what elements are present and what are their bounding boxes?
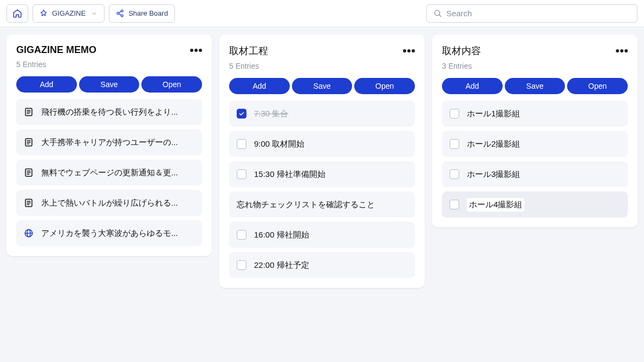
checkbox[interactable] (237, 169, 246, 179)
checkbox[interactable] (450, 139, 459, 149)
list-item[interactable]: 無料でウェブページの更新通知＆更... (16, 160, 202, 186)
todo-item[interactable]: 22:00 帰社予定 (229, 252, 415, 278)
column-menu-button[interactable] (403, 49, 415, 52)
todo-item-label: 16:00 帰社開始 (254, 230, 407, 240)
column-title: 取材内容 (442, 44, 481, 57)
column-subtitle: 5 Entries (16, 60, 202, 69)
list-item-label: 大手携帯キャリアが持つユーザーの... (41, 137, 194, 148)
checkbox[interactable] (450, 109, 459, 119)
save-button[interactable]: Save (505, 78, 565, 94)
note-item-label: 忘れ物チェックリストを確認すること (237, 200, 407, 210)
list-item[interactable]: 大手携帯キャリアが持つユーザーの... (16, 129, 202, 155)
add-button[interactable]: Add (16, 76, 77, 93)
column-menu-button[interactable] (616, 49, 628, 52)
checkbox[interactable] (237, 139, 246, 149)
todo-item[interactable]: ホール2撮影組 (442, 131, 628, 157)
svg-line-6 (439, 15, 441, 17)
checkbox[interactable] (450, 169, 459, 179)
list-item-label: アメリカを襲う大寒波があらゆるモ... (41, 228, 194, 239)
todo-item-label: ホール3撮影組 (467, 169, 620, 180)
share-icon (116, 9, 124, 17)
column-content: 取材内容 3 Entries Add Save Open ホール1撮影組 ホール… (432, 35, 638, 227)
list-item[interactable]: 氷上で熱いバトルが繰り広げられる... (16, 190, 202, 216)
search-icon (433, 9, 442, 18)
todo-item-label: 9:00 取材開始 (254, 139, 407, 149)
column-gigazine-memo: GIGAZINE MEMO 5 Entries Add Save Open 飛行… (6, 35, 212, 256)
pin-icon (40, 9, 48, 17)
open-button[interactable]: Open (567, 78, 628, 94)
list-item-label: 飛行機の搭乗を待つ長い行列をより... (41, 107, 194, 117)
note-item[interactable]: 忘れ物チェックリストを確認すること (229, 192, 415, 218)
todo-item[interactable]: 15:30 帰社準備開始 (229, 161, 415, 187)
open-button[interactable]: Open (354, 78, 415, 94)
save-button[interactable]: Save (292, 78, 353, 94)
search-input[interactable] (446, 9, 630, 18)
home-button[interactable] (6, 4, 28, 23)
topbar: GIGAZINE Share Board (0, 0, 644, 27)
share-board-button[interactable]: Share Board (109, 4, 175, 23)
list-item[interactable]: アメリカを襲う大寒波があらゆるモ... (16, 220, 202, 246)
todo-item-editing[interactable]: ホール4撮影組 (442, 192, 628, 218)
svg-point-5 (435, 10, 440, 15)
svg-line-4 (119, 14, 121, 15)
todo-item-label: 15:30 帰社準備開始 (254, 169, 407, 180)
check-icon (238, 110, 245, 117)
globe-icon (24, 228, 34, 238)
checkbox[interactable] (237, 260, 246, 270)
todo-item[interactable]: ホール1撮影組 (442, 101, 628, 127)
file-icon (24, 168, 34, 177)
file-icon (24, 198, 34, 208)
todo-item[interactable]: 9:00 取材開始 (229, 131, 415, 157)
file-icon (24, 107, 34, 117)
todo-item-label: ホール1撮影組 (467, 109, 620, 119)
column-subtitle: 5 Entries (229, 62, 415, 70)
todo-item[interactable]: 7:30 集合 (229, 101, 415, 127)
column-subtitle: 3 Entries (442, 62, 628, 70)
checkbox[interactable] (237, 230, 246, 240)
list-item-label: 氷上で熱いバトルが繰り広げられる... (41, 198, 194, 208)
column-schedule: 取材工程 5 Entries Add Save Open 7:30 集合 9:0… (219, 35, 425, 288)
home-icon (12, 9, 22, 18)
board-menu-label: GIGAZINE (52, 9, 86, 17)
todo-item-label: 7:30 集合 (254, 109, 407, 119)
column-menu-button[interactable] (190, 49, 202, 52)
search-box[interactable] (426, 4, 638, 23)
svg-line-3 (119, 11, 121, 13)
share-board-label: Share Board (128, 9, 168, 17)
board: GIGAZINE MEMO 5 Entries Add Save Open 飛行… (0, 27, 644, 295)
board-menu-button[interactable]: GIGAZINE (32, 4, 105, 23)
add-button[interactable]: Add (229, 78, 290, 94)
todo-item-label: ホール2撮影組 (467, 139, 620, 149)
open-button[interactable]: Open (141, 76, 202, 93)
todo-item-edit-input[interactable]: ホール4撮影組 (467, 198, 524, 212)
checkbox-checked[interactable] (237, 109, 246, 119)
column-title: 取材工程 (229, 44, 268, 57)
todo-item-label: 22:00 帰社予定 (254, 260, 407, 271)
list-item-label: 無料でウェブページの更新通知＆更... (41, 168, 194, 178)
todo-item[interactable]: 16:00 帰社開始 (229, 222, 415, 248)
todo-item[interactable]: ホール3撮影組 (442, 161, 628, 187)
file-icon (24, 137, 34, 147)
list-item[interactable]: 飛行機の搭乗を待つ長い行列をより... (16, 99, 202, 125)
chevron-down-icon (91, 10, 97, 17)
column-title: GIGAZINE MEMO (16, 44, 96, 56)
add-button[interactable]: Add (442, 78, 503, 94)
save-button[interactable]: Save (79, 76, 140, 93)
checkbox[interactable] (450, 200, 459, 209)
